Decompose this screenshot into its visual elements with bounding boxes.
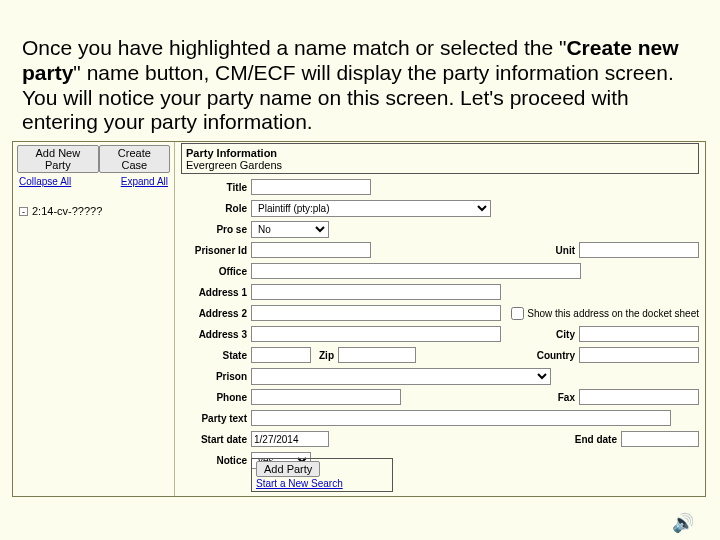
label-docket-checkbox: Show this address on the docket sheet [527,308,699,319]
prisoner-id-field[interactable] [251,242,371,258]
action-box: Add Party Start a New Search [251,458,393,492]
label-end-date: End date [567,434,621,445]
fax-field[interactable] [579,389,699,405]
party-info-panel: Add New Party Create Case Collapse All E… [12,141,706,497]
label-prose: Pro se [181,224,251,235]
add-new-party-button[interactable]: Add New Party [17,145,99,173]
label-unit: Unit [548,245,579,256]
address1-field[interactable] [251,284,501,300]
label-title: Title [181,182,251,193]
label-city: City [548,329,579,340]
party-form: Party Information Evergreen Gardens Titl… [175,142,705,496]
country-field[interactable] [579,347,699,363]
label-prisoner-id: Prisoner Id [181,245,251,256]
start-date-field[interactable] [251,431,329,447]
instr-post: " name button, CM/ECF will display the p… [22,61,674,134]
zip-field[interactable] [338,347,416,363]
tree-toggle-icon[interactable]: - [19,207,28,216]
instructions-text: Once you have highlighted a name match o… [22,36,700,135]
add-party-button[interactable]: Add Party [256,461,320,477]
city-field[interactable] [579,326,699,342]
label-party-text: Party text [181,413,251,424]
create-case-button[interactable]: Create Case [99,145,170,173]
label-state: State [181,350,251,361]
label-notice: Notice [181,455,251,466]
party-name-display: Evergreen Gardens [186,159,694,171]
instr-pre: Once you have highlighted a name match o… [22,36,566,59]
label-address1: Address 1 [181,287,251,298]
state-field[interactable] [251,347,311,363]
address2-field[interactable] [251,305,501,321]
label-office: Office [181,266,251,277]
phone-field[interactable] [251,389,401,405]
left-column: Add New Party Create Case Collapse All E… [13,142,175,496]
expand-all-link[interactable]: Expand All [121,176,168,187]
label-role: Role [181,203,251,214]
role-select[interactable]: Plaintiff (pty:pla) [251,200,491,217]
end-date-field[interactable] [621,431,699,447]
title-field[interactable] [251,179,371,195]
docket-address-checkbox[interactable] [511,307,524,320]
label-fax: Fax [550,392,579,403]
unit-field[interactable] [579,242,699,258]
speaker-icon: 🔊 [672,512,694,534]
label-address3: Address 3 [181,329,251,340]
case-tree-row[interactable]: -2:14-cv-????? [17,205,170,217]
office-field[interactable] [251,263,581,279]
collapse-all-link[interactable]: Collapse All [19,176,71,187]
label-phone: Phone [181,392,251,403]
label-address2: Address 2 [181,308,251,319]
prison-select[interactable] [251,368,551,385]
party-info-box: Party Information Evergreen Gardens [181,143,699,174]
start-new-search-link[interactable]: Start a New Search [256,478,388,489]
label-prison: Prison [181,371,251,382]
label-start-date: Start date [181,434,251,445]
party-info-header: Party Information [186,147,694,159]
label-zip: Zip [311,350,338,361]
case-number: 2:14-cv-????? [32,205,102,217]
party-text-field[interactable] [251,410,671,426]
prose-select[interactable]: No [251,221,329,238]
address3-field[interactable] [251,326,501,342]
label-country: Country [529,350,579,361]
